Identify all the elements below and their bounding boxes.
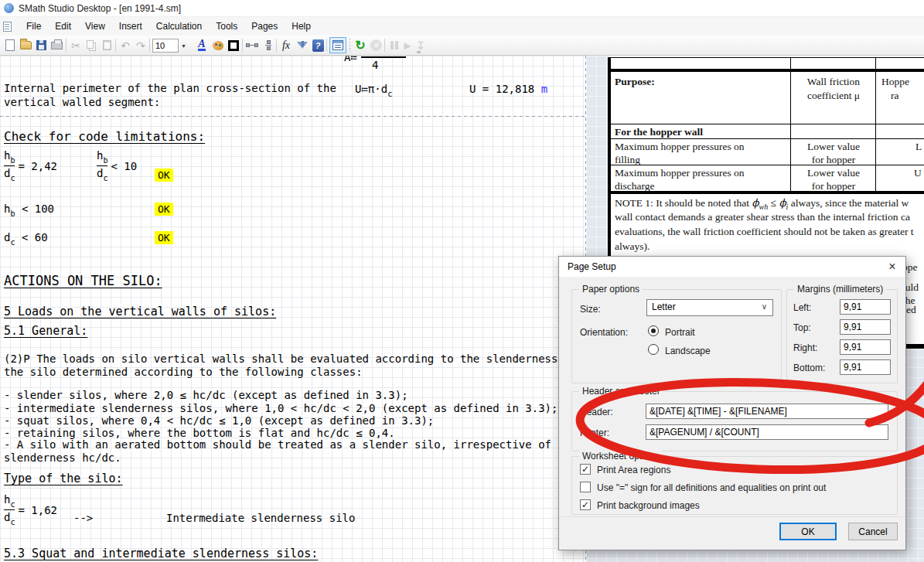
formula-hb-limit[interactable]: hb < 100 [4,203,54,220]
toolbar-separator [384,39,385,52]
insert-function-icon[interactable]: fx [279,38,293,53]
formula-u-result[interactable]: U = 12,818 m [469,83,547,96]
filter-funnel-icon[interactable] [295,38,309,53]
orientation-label: Orientation: [580,327,628,338]
cut-icon[interactable]: ✂ [69,38,83,53]
document-window-icon[interactable] [3,22,12,32]
margin-left-input[interactable] [840,299,891,315]
list-item-squat[interactable]: - squat silos, where 0,4 < hc/dc ≤ 1,0 (… [4,414,434,427]
border-icon[interactable] [227,38,240,53]
portrait-radio[interactable] [648,325,659,336]
list-item-intermediate[interactable]: - intermediate slenderness silos, where … [4,402,557,415]
toolbar-separator [276,39,277,52]
table-cell-hopper-2: ra [891,90,899,102]
color-palette-icon[interactable] [211,38,225,53]
new-document-icon[interactable] [3,38,17,53]
margin-right-input[interactable] [840,339,891,355]
worksheet-canvas[interactable]: A≔ 4 Internal perimeter of the plan cros… [0,56,585,562]
side-panel-toggle-icon[interactable] [329,37,346,53]
formula-area-lhs[interactable]: A≔ [344,56,357,64]
heading-5-1-general[interactable]: 5.1 General: [4,324,87,338]
toolbar-separator [349,39,350,52]
table-cell-wall-friction-2: coefficient μ [792,90,875,102]
heading-loads-vertical-walls[interactable]: 5 Loads on the vertical walls of silos: [4,305,276,318]
list-item-aerated[interactable]: - A silo with an aerated bottom should b… [4,438,578,451]
menu-view[interactable]: View [78,19,112,34]
reference-book-icon[interactable]: ? [311,38,325,53]
heading-check-limitations[interactable]: Check for code limitations: [4,129,205,144]
save-icon[interactable] [34,38,48,53]
ok-button[interactable]: OK [779,523,837,540]
pause-icon[interactable] [387,38,401,53]
table-cell-max-discharge-2: discharge [615,180,654,192]
print-area-checkbox[interactable]: ✓ [580,464,591,475]
open-file-icon[interactable] [19,38,32,53]
menu-help[interactable]: Help [285,19,318,34]
table-cell-max-discharge-1: Maximum hopper pressures on [615,167,745,179]
paste-icon[interactable] [100,38,114,53]
formula-hc-dc-value[interactable]: hcdc = 1,62 [4,493,57,526]
margin-top-input[interactable] [840,319,891,335]
equals-sign-checkbox-label[interactable]: Use "=" sign for all definitions and equ… [597,482,826,493]
formula-area-denominator[interactable]: 4 [372,59,378,72]
list-item-slender[interactable]: - slender silos, where 2,0 ≤ hc/dc (exce… [4,389,408,402]
menu-insert[interactable]: Insert [112,19,149,34]
formula-u-definition[interactable]: U≔π·dc [355,83,392,100]
recalculate-icon[interactable]: ↻ [353,38,367,53]
redo-icon[interactable]: ↷ [134,38,148,53]
heading-type-of-silo[interactable]: Type of the silo: [4,472,123,485]
menu-calculation[interactable]: Calculation [149,19,209,34]
margin-left-label: Left: [793,302,811,313]
portrait-radio-label[interactable]: Portrait [665,327,695,338]
list-item-aerated-cont[interactable]: slenderness hc/dc. [4,451,121,465]
background-images-checkbox-label[interactable]: Print background images [597,500,700,511]
footer-input[interactable] [646,424,888,440]
heading-5-3-squat[interactable]: 5.3 Squat and intermediate slenderness s… [4,547,318,560]
background-images-checkbox[interactable]: ✓ [580,499,591,510]
table-cell-lower-value-1: Lower value [792,141,875,153]
menu-tools[interactable]: Tools [209,19,244,34]
font-size-dropdown-icon[interactable]: ▾ [179,39,189,53]
text-perimeter-line1[interactable]: Internal perimeter of the plan cross-sec… [4,82,336,95]
toolbar-separator [115,39,116,52]
equals-sign-checkbox[interactable] [580,482,591,492]
header-footer-label: Header and Footer [579,386,663,397]
header-input[interactable] [646,404,888,419]
fraction-icon[interactable] [261,38,275,53]
close-icon[interactable]: × [881,257,904,276]
paragraph-2p-line2[interactable]: the silo determined according to the fol… [4,366,363,379]
header-label: Header: [580,407,613,417]
font-color-icon[interactable]: A [195,38,209,53]
paper-size-select[interactable]: Letter∨ [646,299,773,316]
margin-bottom-input[interactable] [840,359,891,375]
print-area-checkbox-label[interactable]: Print Area regions [597,465,670,475]
font-size-input[interactable] [152,39,179,53]
landscape-radio[interactable] [648,344,659,355]
margin-top-label: Top: [793,322,811,333]
toolbar-separator [242,39,243,52]
toolbar: ✂ ↶ ↷ ▾ A fx ? ↻ ✕ ▶ ↧ [0,36,924,56]
table-cell-fill-c3: L [915,141,922,153]
print-icon[interactable] [49,38,63,53]
formula-dc-limit[interactable]: dc < 60 [4,231,48,249]
cancel-button[interactable]: Cancel [848,523,898,540]
landscape-radio-label[interactable]: Landscape [665,346,711,356]
note-line4: always). [615,240,650,253]
undo-icon[interactable]: ↶ [118,38,132,53]
menu-edit[interactable]: Edit [48,19,78,34]
play-icon[interactable]: ▶ [401,38,414,53]
step-icon[interactable]: ↧ [414,38,428,53]
text-perimeter-line2[interactable]: vertical walled segment: [4,96,160,109]
formula-hb-dc-limit[interactable]: hbdc < 10 [97,149,137,182]
stop-icon[interactable]: ✕ [369,38,383,53]
formula-hb-dc-value[interactable]: hbdc = 2,42 [4,149,57,182]
menu-file[interactable]: File [19,19,48,34]
paper-options-group: Paper options Size: Letter∨ Orientation:… [571,289,782,383]
window-title: SMath Studio Desktop - [en 1991-4.sm] [19,3,181,14]
menu-pages[interactable]: Pages [244,19,285,34]
copy-icon[interactable] [84,38,98,53]
paragraph-2p-line1[interactable]: (2)P The loads on silo vertical walls sh… [4,353,578,366]
text-slenderness-result[interactable]: Intermediate slenderness silo [166,512,355,525]
units-icon[interactable] [245,38,259,53]
heading-actions-on-silo[interactable]: ACTIONS ON THE SILO: [4,273,162,288]
